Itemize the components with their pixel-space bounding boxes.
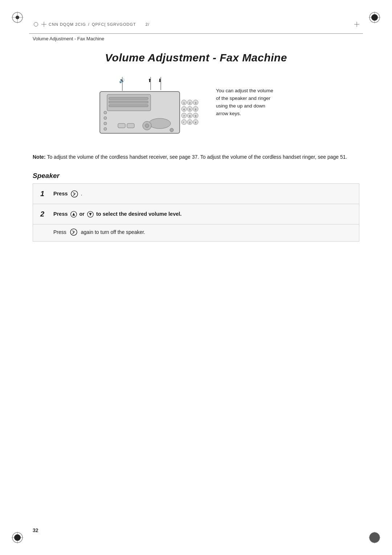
device-description: You can adjust the volume of the speaker… <box>216 76 296 118</box>
step-2-suffix: to select the desired volume level. <box>96 210 181 218</box>
step-2-content: Press or to select the desired vol <box>53 210 181 218</box>
step-2-press-label: Press <box>53 210 68 218</box>
svg-point-35 <box>149 118 171 129</box>
step-2-number: 2 <box>40 210 49 218</box>
svg-rect-28 <box>109 97 148 100</box>
page-number: 32 <box>33 527 38 533</box>
svg-point-3 <box>16 16 19 19</box>
step-1-press-label: Press <box>53 190 68 198</box>
svg-text:9: 9 <box>195 115 196 117</box>
header-rule <box>29 33 363 34</box>
corner-mark-tr <box>368 11 381 24</box>
breadcrumb: Volume Adjustment - Fax Machine <box>33 36 363 41</box>
sub-step-suffix: again to turn off the speaker. <box>81 229 145 235</box>
svg-point-33 <box>104 122 107 125</box>
svg-point-7 <box>371 14 378 21</box>
speaker-icon-step1 <box>70 190 78 198</box>
svg-rect-37 <box>127 123 134 128</box>
svg-marker-67 <box>72 212 75 215</box>
arrow-down-icon-step2 <box>87 211 94 218</box>
note-text: To adjust the volume of the cordless han… <box>46 154 347 160</box>
svg-point-31 <box>104 111 107 114</box>
svg-text:⬇: ⬇ <box>158 78 162 83</box>
step-1-row: 1 Press . <box>33 184 359 204</box>
svg-text:1: 1 <box>183 102 185 104</box>
svg-rect-30 <box>109 105 148 107</box>
svg-point-11 <box>14 534 21 541</box>
step-1-number: 1 <box>40 190 49 198</box>
arrow-up-icon-step2 <box>70 211 77 218</box>
svg-text:7: 7 <box>183 115 185 117</box>
svg-point-40 <box>170 128 173 132</box>
svg-point-34 <box>104 127 107 130</box>
step-2-row: 2 Press or to selec <box>33 204 359 224</box>
step-2-or-label: or <box>79 210 85 218</box>
svg-rect-29 <box>109 101 148 103</box>
svg-text:3: 3 <box>195 102 196 104</box>
step-1-suffix: . <box>81 190 82 198</box>
svg-text:🔊: 🔊 <box>119 77 125 84</box>
svg-text:2: 2 <box>189 102 191 104</box>
header-code-right: QPFC[ 5GRVGODGT <box>92 22 136 27</box>
header-page-code: 2/ <box>146 22 150 27</box>
svg-text:6: 6 <box>195 108 196 111</box>
header-separator: / <box>88 22 90 27</box>
device-area: 🔊 ⬆ ⬇ <box>29 76 363 139</box>
device-desc-line1: You can adjust the volume <box>216 88 273 93</box>
sub-step-row: Press again to turn off the speaker. <box>33 224 359 241</box>
device-desc-line4: arrow keys. <box>216 111 241 116</box>
note-label: Note: <box>33 154 46 160</box>
corner-mark-tl <box>11 11 24 24</box>
sub-step-press-label: Press <box>53 229 66 235</box>
section-heading: Speaker <box>29 172 363 180</box>
header-code-left: CNN DQQM 2CIG <box>49 22 86 27</box>
corner-mark-bl <box>11 531 24 544</box>
page-title: Volume Adjustment - Fax Machine <box>29 52 363 64</box>
header-circle-left <box>34 22 38 27</box>
svg-point-32 <box>104 117 107 119</box>
device-desc-line3: using the up and down <box>216 103 265 109</box>
svg-point-15 <box>369 532 380 543</box>
step-1-content: Press . <box>53 190 82 198</box>
page: CNN DQQM 2CIG / QPFC[ 5GRVGODGT 2/ Volum… <box>0 0 392 555</box>
svg-text:5: 5 <box>189 108 191 111</box>
svg-text:0: 0 <box>189 121 191 124</box>
svg-point-59 <box>181 119 187 125</box>
svg-text:*: * <box>183 121 184 124</box>
header-bar: CNN DQQM 2CIG / QPFC[ 5GRVGODGT 2/ <box>29 22 363 27</box>
svg-text:4: 4 <box>183 108 185 111</box>
fax-diagram: 🔊 ⬆ ⬇ <box>96 76 205 139</box>
svg-point-39 <box>145 124 149 127</box>
device-desc-line2: of the speaker and ringer <box>216 96 270 101</box>
corner-mark-br <box>368 531 381 544</box>
speaker-icon-substep <box>70 228 78 236</box>
svg-marker-69 <box>89 213 91 216</box>
svg-rect-36 <box>118 123 125 128</box>
svg-text:⬆: ⬆ <box>148 78 152 83</box>
svg-text:8: 8 <box>189 115 191 117</box>
svg-text:#: # <box>195 121 196 124</box>
steps-box: 1 Press . 2 Press <box>33 183 359 242</box>
note-paragraph: Note: To adjust the volume of the cordle… <box>29 153 363 161</box>
